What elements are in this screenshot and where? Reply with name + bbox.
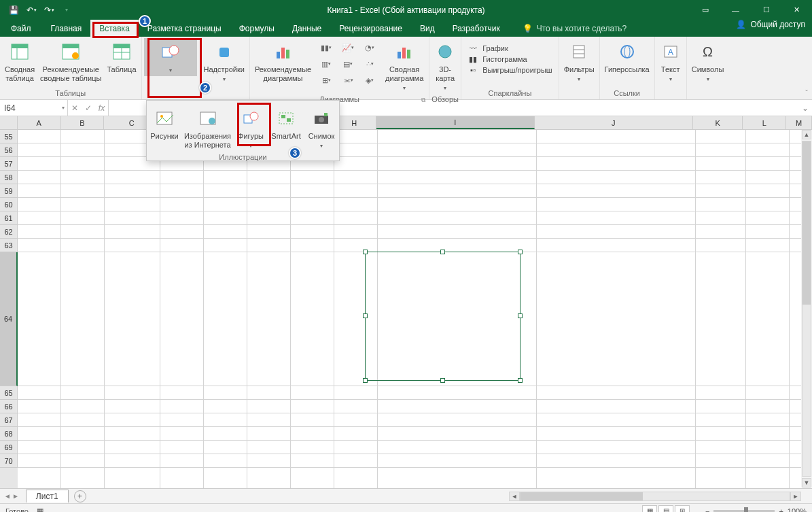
- view-page-layout-button[interactable]: ▤: [658, 505, 673, 513]
- screenshot-button[interactable]: Снимок ▾: [304, 105, 339, 152]
- fx-button[interactable]: fx: [99, 103, 105, 113]
- macro-record-icon[interactable]: ▦: [37, 507, 43, 512]
- tab-developer[interactable]: Разработчик: [444, 20, 509, 37]
- illustrations-button[interactable]: ▾: [144, 38, 197, 76]
- row-header-55[interactable]: 55: [0, 130, 18, 143]
- recommended-pivot-button[interactable]: Рекомендуемые сводные таблицы: [37, 38, 104, 84]
- share-button[interactable]: 👤 Общий доступ: [736, 20, 805, 29]
- row-header-56[interactable]: 56: [0, 143, 18, 157]
- horizontal-scrollbar[interactable]: ◄ ►: [509, 491, 801, 502]
- row-header-60[interactable]: 60: [0, 198, 18, 211]
- tell-me-search[interactable]: 💡 Что вы хотите сделать?: [523, 20, 627, 37]
- accept-formula-button[interactable]: ✓: [85, 103, 92, 113]
- group-tours: 3D- карта ▾ Обзоры: [429, 37, 461, 99]
- online-pictures-button[interactable]: Изображения из Интернета: [182, 105, 233, 151]
- maximize-button[interactable]: ☐: [751, 0, 781, 20]
- column-header-B[interactable]: B: [61, 116, 105, 129]
- tab-data[interactable]: Данные: [283, 20, 330, 37]
- view-normal-button[interactable]: ▦: [642, 505, 657, 513]
- stat-chart-button[interactable]: ⊞▾: [317, 73, 336, 88]
- tab-file[interactable]: Файл: [0, 20, 42, 37]
- row-header-65[interactable]: 65: [0, 386, 18, 400]
- select-all-corner[interactable]: [0, 116, 18, 129]
- tab-formulas[interactable]: Формулы: [230, 20, 283, 37]
- sheet-nav-prev[interactable]: ◄: [4, 492, 11, 500]
- pivot-table-button[interactable]: Сводная таблица: [2, 38, 37, 84]
- symbols-button[interactable]: Ω Символы ▾: [689, 38, 727, 85]
- minimize-button[interactable]: —: [720, 0, 751, 20]
- scroll-left-button[interactable]: ◄: [509, 492, 520, 501]
- formula-bar-expand[interactable]: ⌄: [798, 100, 812, 116]
- add-sheet-button[interactable]: +: [74, 490, 86, 502]
- sheet-nav-next[interactable]: ►: [12, 492, 19, 500]
- undo-button[interactable]: ↶▾: [23, 3, 39, 18]
- zoom-out-button[interactable]: −: [705, 507, 709, 513]
- tab-review[interactable]: Рецензирование: [330, 20, 411, 37]
- tab-home[interactable]: Главная: [42, 20, 91, 37]
- column-header-M[interactable]: M: [786, 116, 812, 129]
- row-header-61[interactable]: 61: [0, 211, 18, 225]
- smartart-button[interactable]: SmartArt: [268, 105, 304, 142]
- sparkline-column-button[interactable]: ▮▮Гистограмма: [467, 54, 552, 64]
- selected-object[interactable]: [365, 252, 520, 381]
- row-header-70[interactable]: 70: [0, 454, 18, 468]
- column-header-I[interactable]: I: [376, 116, 535, 129]
- dialog-launcher-icon[interactable]: ⧉: [421, 97, 425, 104]
- line-chart-button[interactable]: 📈▾: [338, 40, 357, 55]
- redo-button[interactable]: ↷▾: [41, 3, 57, 18]
- column-header-K[interactable]: K: [693, 116, 743, 129]
- pie-chart-button[interactable]: ◔▾: [360, 40, 379, 55]
- column-header-J[interactable]: J: [535, 116, 693, 129]
- cells-area[interactable]: [18, 130, 812, 488]
- pivot-chart-button[interactable]: Сводная диаграмма ▾: [382, 38, 427, 94]
- row-header-68[interactable]: 68: [0, 427, 18, 441]
- recommended-charts-button[interactable]: Рекомендуемые диаграммы: [252, 38, 314, 84]
- name-box[interactable]: I64▾: [0, 100, 68, 116]
- tab-insert[interactable]: Вставка: [90, 20, 139, 37]
- scatter-chart-button[interactable]: ∴▾: [360, 56, 379, 71]
- scroll-right-button[interactable]: ►: [790, 492, 801, 501]
- combo-chart-button[interactable]: ⫘▾: [338, 73, 357, 88]
- zoom-in-button[interactable]: +: [779, 507, 783, 513]
- column-chart-button[interactable]: ▮▮▾: [317, 40, 336, 55]
- ribbon-options-button[interactable]: ▭: [690, 0, 720, 20]
- filters-button[interactable]: Фильтры ▾: [561, 38, 597, 85]
- row-header-67[interactable]: 67: [0, 413, 18, 427]
- surface-chart-button[interactable]: ◈▾: [360, 73, 379, 88]
- sparkline-winloss-button[interactable]: ▪▫Выигрыш/проигрыш: [467, 65, 552, 75]
- row-header-57[interactable]: 57: [0, 157, 18, 171]
- row-header-62[interactable]: 62: [0, 225, 18, 239]
- scroll-down-button[interactable]: ▼: [802, 478, 811, 488]
- row-header-66[interactable]: 66: [0, 400, 18, 413]
- tab-view[interactable]: Вид: [411, 20, 444, 37]
- column-header-A[interactable]: A: [18, 116, 61, 129]
- vertical-scrollbar[interactable]: ▲ ▼: [801, 130, 812, 488]
- addins-button[interactable]: Надстройки ▾: [201, 38, 247, 85]
- row-header-58[interactable]: 58: [0, 171, 18, 184]
- text-button[interactable]: A Текст ▾: [657, 38, 684, 85]
- table-button[interactable]: Таблица: [104, 38, 139, 75]
- qat-customize[interactable]: ▾: [58, 3, 75, 18]
- sparkline-line-button[interactable]: 〰График: [467, 44, 552, 53]
- column-header-L[interactable]: L: [743, 116, 786, 129]
- sheet-tab-1[interactable]: Лист1: [26, 490, 69, 502]
- tab-page-layout[interactable]: Разметка страницы: [139, 20, 230, 37]
- pictures-button[interactable]: Рисунки: [147, 105, 182, 142]
- zoom-level[interactable]: 100%: [788, 507, 807, 513]
- hyperlink-button[interactable]: Гиперссылка: [602, 38, 652, 75]
- hierarchy-chart-button[interactable]: ▥▾: [317, 56, 336, 71]
- row-header-64[interactable]: 64: [0, 252, 18, 386]
- row-header-69[interactable]: 69: [0, 441, 18, 454]
- ribbon-collapse-button[interactable]: ˇ: [805, 89, 808, 97]
- cancel-formula-button[interactable]: ✕: [71, 103, 78, 113]
- save-button[interactable]: 💾: [5, 3, 22, 18]
- view-page-break-button[interactable]: ⊞: [675, 505, 690, 513]
- zoom-slider[interactable]: [713, 510, 775, 513]
- scroll-up-button[interactable]: ▲: [802, 130, 811, 139]
- bar-chart-button[interactable]: ▤▾: [338, 56, 357, 71]
- shapes-button[interactable]: Фигуры ▾: [233, 105, 268, 152]
- row-header-59[interactable]: 59: [0, 184, 18, 198]
- row-header-63[interactable]: 63: [0, 239, 18, 252]
- 3d-map-button[interactable]: 3D- карта ▾: [431, 38, 459, 94]
- close-button[interactable]: ✕: [781, 0, 812, 20]
